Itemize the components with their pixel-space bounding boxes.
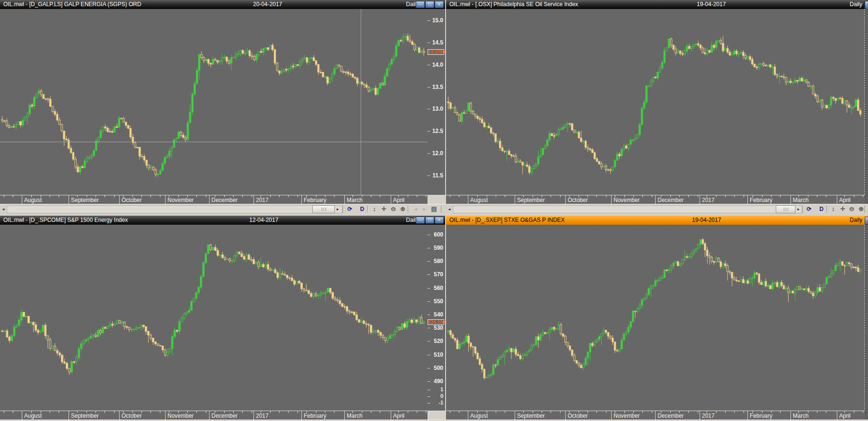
month-label: April bbox=[839, 412, 850, 419]
month-separator bbox=[119, 195, 120, 204]
refresh-button[interactable]: ⟳ bbox=[805, 205, 814, 213]
previous-button[interactable]: ◂ bbox=[865, 205, 868, 213]
month-separator bbox=[700, 195, 700, 204]
zoom-out-button[interactable]: ⊖ bbox=[389, 205, 398, 213]
price-axis[interactable]: 60059058057056055054053052051050049010-1… bbox=[428, 225, 445, 411]
time-axis[interactable]: AugustSeptemberOctoberNovemberDecember20… bbox=[446, 411, 865, 420]
scroll-right-icon[interactable]: ▸ bbox=[335, 206, 341, 213]
minimize-button[interactable] bbox=[865, 217, 868, 225]
time-axis-tick bbox=[551, 411, 551, 413]
window-titlebar[interactable]: OIL.mwl - [D_GALP.LS] GALP ENERGIA (SGPS… bbox=[0, 0, 445, 9]
close-button[interactable]: × bbox=[435, 217, 444, 224]
time-axis-tick bbox=[114, 195, 114, 197]
time-axis[interactable]: AugustSeptemberOctoberNovemberDecember20… bbox=[0, 411, 445, 420]
time-axis-tick bbox=[408, 195, 408, 197]
month-separator bbox=[515, 195, 515, 204]
time-axis-tick bbox=[826, 411, 826, 413]
chart-window-sxep: OIL.mwl - [D_.SXEP] STXE O&GAS P INDEX 1… bbox=[446, 216, 868, 421]
close-button[interactable]: × bbox=[435, 1, 444, 8]
maximize-button[interactable]: □ bbox=[425, 1, 434, 8]
time-axis-tick bbox=[560, 411, 561, 413]
time-axis-tick bbox=[606, 195, 606, 197]
month-separator bbox=[747, 411, 748, 420]
month-label: November bbox=[614, 197, 640, 203]
month-separator bbox=[655, 411, 656, 420]
price-axis-label: 13.0 bbox=[428, 105, 443, 112]
time-axis-tick bbox=[4, 411, 4, 413]
pan-button[interactable]: ✛ bbox=[838, 205, 847, 213]
periodicity-daily-button[interactable]: D bbox=[817, 205, 826, 213]
candlestick-chart[interactable] bbox=[446, 9, 864, 195]
last-date-label: 19-04-2017 bbox=[697, 1, 726, 8]
time-axis-tick bbox=[288, 195, 289, 197]
scroll-left-icon[interactable]: ◂ bbox=[0, 206, 6, 213]
minimize-button[interactable] bbox=[865, 1, 868, 9]
time-axis-tick bbox=[459, 195, 459, 197]
next-button[interactable]: ▸ bbox=[420, 205, 429, 213]
time-axis-tick bbox=[380, 195, 380, 197]
time-axis-tick bbox=[716, 195, 717, 197]
last-date-label: 19-04-2017 bbox=[692, 217, 721, 223]
clipped-price-axis-edge bbox=[864, 9, 868, 214]
zoom-out-button[interactable]: ⊖ bbox=[847, 205, 856, 213]
time-axis-tick bbox=[334, 411, 334, 413]
indicator-axis-label: -1 bbox=[428, 400, 443, 405]
scroll-left-icon[interactable]: ◂ bbox=[447, 206, 452, 213]
scrollbar-thumb[interactable] bbox=[776, 205, 796, 213]
periodicity-daily-button[interactable]: D bbox=[358, 205, 367, 213]
price-axis-label: 15.0 bbox=[428, 17, 443, 24]
window-titlebar[interactable]: OIL.mwl - [D_.SPCOME] S&P 1500 Energy In… bbox=[0, 216, 445, 225]
candlestick-chart[interactable] bbox=[446, 225, 864, 411]
scrollbar-thumb[interactable] bbox=[312, 205, 335, 213]
time-axis-tick bbox=[854, 195, 854, 197]
time-axis-tick bbox=[863, 195, 863, 197]
time-axis[interactable]: AugustSeptemberOctoberNovemberDecember20… bbox=[0, 195, 445, 204]
vertical-scale-button[interactable]: ↕ bbox=[829, 205, 838, 213]
data-table-button[interactable]: ▤ bbox=[430, 205, 438, 213]
month-separator bbox=[22, 411, 22, 420]
toolbar-separator bbox=[826, 205, 827, 213]
month-label: August bbox=[470, 412, 488, 419]
time-axis-tick bbox=[371, 195, 371, 197]
thumb-grip bbox=[324, 208, 324, 211]
candlestick-chart[interactable] bbox=[0, 225, 428, 411]
window-titlebar[interactable]: OIL.mwl - [.OSX] Philadelphia SE Oil Ser… bbox=[446, 0, 868, 9]
time-axis[interactable]: AugustSeptemberOctoberNovemberDecember20… bbox=[446, 195, 865, 204]
month-label: April bbox=[393, 412, 404, 419]
minimize-button[interactable]: — bbox=[416, 1, 425, 8]
window-titlebar[interactable]: OIL.mwl - [D_.SXEP] STXE O&GAS P INDEX 1… bbox=[446, 216, 868, 225]
chart-window-spcome: OIL.mwl - [D_.SPCOME] S&P 1500 Energy In… bbox=[0, 216, 445, 421]
month-label: September bbox=[517, 197, 545, 203]
maximize-button[interactable]: □ bbox=[425, 217, 434, 224]
indicator-axis-label: 0 bbox=[428, 393, 443, 399]
month-label: August bbox=[470, 197, 488, 203]
month-separator bbox=[468, 411, 468, 420]
month-label: February bbox=[750, 412, 772, 419]
month-separator bbox=[611, 195, 612, 204]
price-axis[interactable]: 15.014.514.013.513.012.512.011.514.27500 bbox=[428, 9, 445, 195]
previous-button[interactable]: ◂ bbox=[411, 205, 420, 213]
candlestick-chart[interactable] bbox=[0, 9, 428, 195]
month-label: September bbox=[517, 412, 545, 419]
window-title: OIL.mwl - [D_.SPCOME] S&P 1500 Energy In… bbox=[3, 217, 128, 223]
time-axis-tick bbox=[826, 195, 826, 197]
panel-divider-vertical bbox=[445, 0, 446, 421]
time-axis-tick bbox=[279, 195, 280, 197]
month-label: 2017 bbox=[256, 412, 269, 419]
time-axis-tick bbox=[780, 195, 780, 197]
price-axis-label: 600 bbox=[428, 231, 443, 238]
refresh-button[interactable]: ⟳ bbox=[345, 205, 354, 213]
time-axis-tick bbox=[50, 195, 50, 197]
minimize-button[interactable]: — bbox=[416, 217, 425, 224]
vertical-scale-button[interactable]: ↕ bbox=[370, 205, 379, 213]
scroll-right-icon[interactable]: ▸ bbox=[796, 206, 801, 213]
zoom-in-button[interactable]: ⊕ bbox=[398, 205, 407, 213]
toolbar-separator bbox=[367, 205, 368, 213]
month-separator bbox=[22, 195, 22, 204]
pan-button[interactable]: ✛ bbox=[379, 205, 388, 213]
scrollbar-track[interactable] bbox=[453, 205, 803, 213]
time-axis-tick bbox=[50, 411, 50, 413]
scrollbar-track[interactable] bbox=[7, 205, 342, 213]
time-axis-tick bbox=[160, 195, 160, 197]
chart-window-osx: OIL.mwl - [.OSX] Philadelphia SE Oil Ser… bbox=[446, 0, 868, 214]
